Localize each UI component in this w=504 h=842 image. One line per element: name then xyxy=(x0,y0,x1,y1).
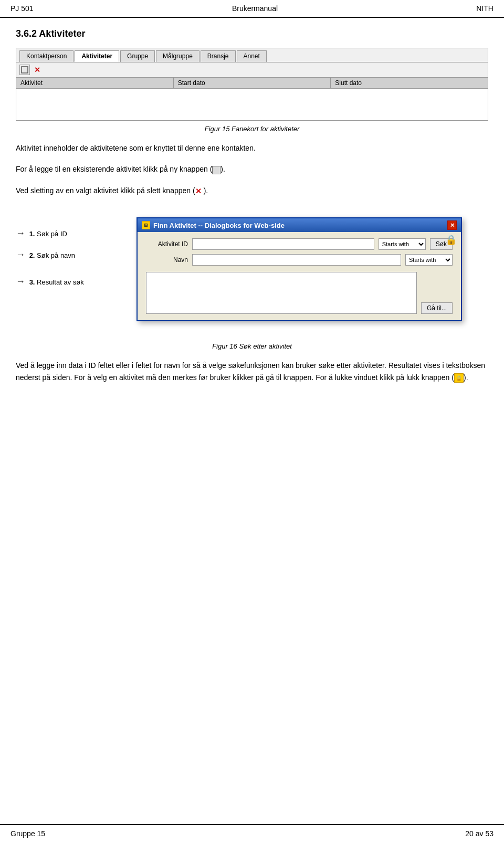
para2-text: For å legge til en eksisterende aktivite… xyxy=(16,165,212,173)
para4-text: Ved å legge inn data i ID feltet eller i… xyxy=(16,361,485,381)
annotation-labels: → 1. Søk på ID → 2. Søk på navn → 3. Res… xyxy=(16,207,100,332)
annotation-3-label: Resultat av søk xyxy=(37,278,84,286)
dialog-box: ⊞ Finn Aktivitet -- Dialogboks for Web-s… xyxy=(136,217,462,321)
para4-end: ). xyxy=(464,373,468,382)
annotation-2: → 2. Søk på navn xyxy=(16,249,100,260)
delete-icon-inline: ✕ xyxy=(195,187,204,195)
tab-gruppe[interactable]: Gruppe xyxy=(120,50,155,62)
tab-malgruppe[interactable]: Målgruppe xyxy=(156,50,200,62)
dialog-titlebar-left: ⊞ Finn Aktivitet -- Dialogboks for Web-s… xyxy=(142,221,285,229)
new-button[interactable] xyxy=(19,65,30,75)
new-icon-inline xyxy=(212,166,220,174)
table-header-row: Aktivitet Start dato Slutt dato xyxy=(16,78,488,89)
annotation-2-label: Søk på navn xyxy=(37,251,75,259)
annotation-2-number: 2. xyxy=(29,251,35,259)
close-icon-inline: 🔒 xyxy=(454,373,464,383)
annotation-1: → 1. Søk på ID xyxy=(16,228,100,239)
tab-bransje[interactable]: Bransje xyxy=(201,50,236,62)
result-row: Gå til... xyxy=(146,270,453,314)
annotation-3-number: 3. xyxy=(29,278,35,286)
para2: For å legge til en eksisterende aktivite… xyxy=(16,163,488,175)
footer-right: 20 av 53 xyxy=(465,829,494,838)
arrow-2: → xyxy=(16,249,25,260)
col-aktivitet: Aktivitet xyxy=(16,78,174,88)
figure16-caption: Figur 16 Søk etter aktivitet xyxy=(16,342,488,350)
tab-bar: Kontaktperson Aktiviteter Gruppe Målgrup… xyxy=(19,50,485,62)
delete-button[interactable]: ✕ xyxy=(32,65,43,75)
label-navn: Navn xyxy=(146,256,188,264)
arrow-1: → xyxy=(16,228,25,239)
header-left: PJ 501 xyxy=(10,4,34,13)
annotation-1-number: 1. xyxy=(29,230,35,238)
dialog-wrapper: ⊞ Finn Aktivitet -- Dialogboks for Web-s… xyxy=(110,207,488,332)
dialog-app-icon: ⊞ xyxy=(142,221,150,229)
tab-annet[interactable]: Annet xyxy=(237,50,267,62)
table-body xyxy=(16,89,488,120)
input-navn[interactable] xyxy=(192,254,401,266)
tab-container: Kontaktperson Aktiviteter Gruppe Målgrup… xyxy=(16,48,488,62)
dialog-title: Finn Aktivitet -- Dialogboks for Web-sid… xyxy=(153,222,285,229)
svg-rect-0 xyxy=(22,67,28,73)
data-table: Aktivitet Start dato Slutt dato xyxy=(16,78,488,121)
goto-button[interactable]: Gå til... xyxy=(421,302,453,314)
toolbar: ✕ xyxy=(16,62,488,78)
dialog-titlebar: ⊞ Finn Aktivitet -- Dialogboks for Web-s… xyxy=(138,218,461,232)
main-content: 3.6.2 Aktiviteter Kontaktperson Aktivite… xyxy=(0,18,504,403)
dialog-row-navn: Navn Starts with Contains Equals xyxy=(146,254,453,266)
tab-aktiviteter[interactable]: Aktiviteter xyxy=(75,50,119,62)
page-header: PJ 501 Brukermanual NITH xyxy=(0,0,504,18)
annotation-section: → 1. Søk på ID → 2. Søk på navn → 3. Res… xyxy=(16,207,488,332)
section-title: 3.6.2 Aktiviteter xyxy=(16,28,488,39)
arrow-3: → xyxy=(16,276,25,287)
tab-kontaktperson[interactable]: Kontaktperson xyxy=(19,50,74,62)
result-area xyxy=(146,272,417,314)
input-aktivitetid[interactable] xyxy=(192,238,374,250)
para3-end: ). xyxy=(204,186,208,195)
page-footer: Gruppe 15 20 av 53 xyxy=(0,824,504,842)
para1: Aktivitet inneholder de aktivitetene som… xyxy=(16,142,488,154)
label-aktivitetid: Aktivitet ID xyxy=(146,240,188,248)
header-center: Brukermanual xyxy=(232,4,278,13)
para3-text: Ved sletting av en valgt aktivitet klikk… xyxy=(16,186,195,195)
figure15-caption: Figur 15 Fanekort for aktiviteter xyxy=(16,125,488,133)
para2-end: ). xyxy=(220,165,225,173)
filter-aktivitetid[interactable]: Starts with Contains Equals xyxy=(379,238,426,250)
dialog-corner-icon[interactable]: 🔒 xyxy=(445,234,457,246)
annotation-3: → 3. Resultat av søk xyxy=(16,276,100,287)
footer-left: Gruppe 15 xyxy=(10,829,45,838)
dialog-row-aktivitetid: Aktivitet ID Starts with Contains Equals… xyxy=(146,238,453,250)
annotation-1-label: Søk på ID xyxy=(37,230,67,238)
dialog-content: 🔒 Aktivitet ID Starts with Contains Equa… xyxy=(138,232,461,320)
filter-navn[interactable]: Starts with Contains Equals xyxy=(405,254,453,266)
dialog-close-button[interactable]: ✕ xyxy=(447,220,457,230)
para3: Ved sletting av en valgt aktivitet klikk… xyxy=(16,185,488,196)
col-start-dato: Start dato xyxy=(174,78,331,88)
para4: Ved å legge inn data i ID feltet eller i… xyxy=(16,360,488,383)
header-right: NITH xyxy=(476,4,494,13)
col-slutt-dato: Slutt dato xyxy=(331,78,488,88)
